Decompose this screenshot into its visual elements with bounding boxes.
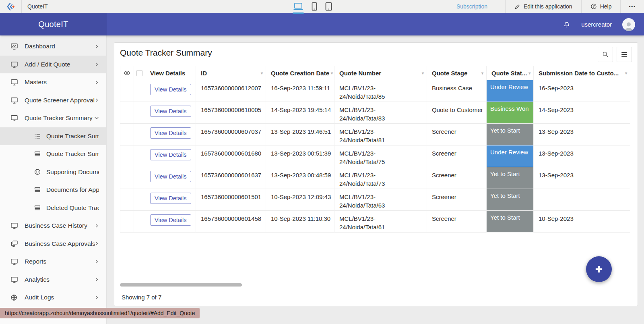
view-details-button[interactable]: View Details [150,171,191,182]
sidebar-subitem-supporting-documents[interactable]: Supporting Documents [0,163,106,181]
column-header-quote-stage[interactable]: Quote Stage▾ [427,66,487,80]
view-details-button[interactable]: View Details [150,84,191,95]
status-badge: Under Review [487,80,533,102]
sidebar-subitem-quote-tracker-summary[interactable]: Quote Tracker Summary [0,127,106,145]
column-header-view-details[interactable]: View Details [145,66,196,80]
cell-quote-status: Yet to Start [487,124,534,145]
cell-checkbox [134,80,145,102]
browser-app-name: QuoteIT [27,3,48,10]
sidebar-subitem-quote-tracker-summary[interactable]: Quote Tracker Summary_... [0,145,106,163]
sidebar-subitem-label: Documents for Approval [46,186,99,193]
edit-application-button[interactable]: Edit this application [505,0,581,13]
zoho-creator-logo-icon[interactable] [6,2,16,11]
topbar-right: Subscription Edit this application Help … [448,0,644,13]
select-all-checkbox[interactable] [136,70,142,76]
column-header-label: Quote Creation Date [271,70,329,77]
cell-quote-number: MCL/BV1/23-​24/Noida/Tata/81 [334,124,427,145]
cell-quote-stage: Quote to Customer [427,102,487,124]
more-menu-button[interactable]: ••• [620,0,644,13]
sidebar-item-masters[interactable]: Masters [0,73,106,91]
tablet-view-icon[interactable] [325,2,332,11]
chevron-right-icon [95,98,99,102]
app-header: QuoteIT usercreator [0,13,644,35]
subscription-link[interactable]: Subscription [448,3,505,10]
cell-view-details: View Details [145,211,196,233]
help-icon [590,3,597,10]
topbar-divider [21,0,22,13]
monitor-icon [10,275,19,284]
eye-icon [124,70,130,76]
sidebar-subitem-label: Quote Tracker Summary [46,133,99,140]
view-details-button[interactable]: View Details [150,193,191,204]
cell-quote-status: Yet to Start [487,167,534,189]
hamburger-icon [621,51,628,58]
sidebar-item-reports[interactable]: Reports [0,253,106,271]
sidebar-item-label: Quote Tracker Summary [25,114,93,122]
globe-icon [10,293,19,302]
cell-id: 165736000000601458 [196,211,266,233]
add-record-fab[interactable] [586,256,612,282]
column-header-id[interactable]: ID▾ [196,66,266,80]
cell-id: 165736000000607037 [196,124,266,145]
status-bar-url: https://creatorapp.zoho.in/demoyashussun… [0,308,200,318]
table-header: View DetailsID▾Quote Creation Date▾Quote… [120,66,630,80]
sidebar-item-quote-screener-approvals[interactable]: Quote Screener Approvals [0,91,106,110]
cell-quote-creation-date: 13-Sep-2023 00:51:39 [266,145,334,167]
column-header-quote-number[interactable]: Quote Number▾ [334,66,427,80]
cell-checkbox [134,124,145,145]
cell-id: 165736000000610005 [196,102,266,124]
search-button[interactable] [598,47,613,62]
desktop-view-icon[interactable] [293,2,303,11]
username[interactable]: usercreator [581,21,612,28]
sidebar-subitem-deleted-quote-tracker-s[interactable]: Deleted Quote Tracker S... [0,199,106,217]
device-preview-switcher [293,0,332,13]
column-header-submission-date-to-custo[interactable]: Submission Date to Custo...▾ [534,66,630,80]
sidebar-item-label: Business Case Approvals [25,240,95,247]
cell-submission-date: 14-Sep-2023 [534,102,630,124]
cell-quote-status: Under Review [487,145,534,167]
column-header-label: ID [201,70,207,77]
column-header-quote-stat[interactable]: Quote Stat...▾ [487,66,534,80]
sort-dropdown-icon: ▾ [261,71,263,75]
report-card: Quote Tracker Summary View DetailsID▾Quo… [114,42,638,306]
view-details-button[interactable]: View Details [150,214,191,226]
cell-view-details: View Details [145,167,196,189]
main-content: Quote Tracker Summary View DetailsID▾Quo… [107,35,644,324]
status-badge: Yet to Start [487,124,533,145]
menu-button[interactable] [617,47,632,62]
browser-topbar: QuoteIT Subscription Edit thi [0,0,644,13]
help-button[interactable]: Help [581,0,621,13]
sidebar-item-add-edit-quote[interactable]: Add / Edit Quote [0,56,106,74]
windows-icon [10,239,19,248]
view-details-button[interactable]: View Details [150,106,191,117]
avatar[interactable] [622,18,635,31]
cell-quote-creation-date: 13-Sep-2023 19:46:51 [266,124,334,145]
topbar-left: QuoteIT [0,0,48,13]
sidebar-item-business-case-history[interactable]: Business Case History [0,217,106,235]
horizontal-scrollbar[interactable] [120,283,242,287]
sidebar-item-label: Dashboard [25,43,55,50]
column-header-quote-creation-date[interactable]: Quote Creation Date▾ [266,66,334,80]
report-icon [34,150,41,158]
mobile-view-icon[interactable] [312,2,317,11]
column-header-label: Submission Date to Custo... [539,70,619,77]
column-header-eye[interactable] [120,66,134,80]
sidebar-subitem-documents-for-approval[interactable]: Documents for Approval [0,181,106,199]
edit-application-label: Edit this application [524,3,572,10]
view-details-button[interactable]: View Details [150,149,191,160]
sidebar-item-quote-tracker-summary[interactable]: Quote Tracker Summary [0,109,106,127]
quote-table: View DetailsID▾Quote Creation Date▾Quote… [120,66,630,233]
cell-submission-date: 13-Sep-2023 [534,167,630,189]
cell-quote-status: Under Review [487,80,534,102]
sidebar-subitem-label: Deleted Quote Tracker S... [46,204,99,212]
status-badge: Yet to Start [487,211,533,232]
sidebar-item-analytics[interactable]: Analytics [0,271,106,289]
notifications-bell-icon[interactable] [563,20,571,29]
cell-quote-number: MCL/BV1/23-​24/Noida/Tata/75 [334,145,427,167]
cell-view-details: View Details [145,145,196,167]
sidebar-item-dashboard[interactable]: Dashboard [0,37,106,56]
sidebar-item-business-case-approvals[interactable]: Business Case Approvals [0,235,106,253]
view-details-button[interactable]: View Details [150,127,191,139]
sidebar-item-audit-logs[interactable]: Audit Logs [0,289,106,307]
sidebar-item-label: Analytics [25,276,50,283]
